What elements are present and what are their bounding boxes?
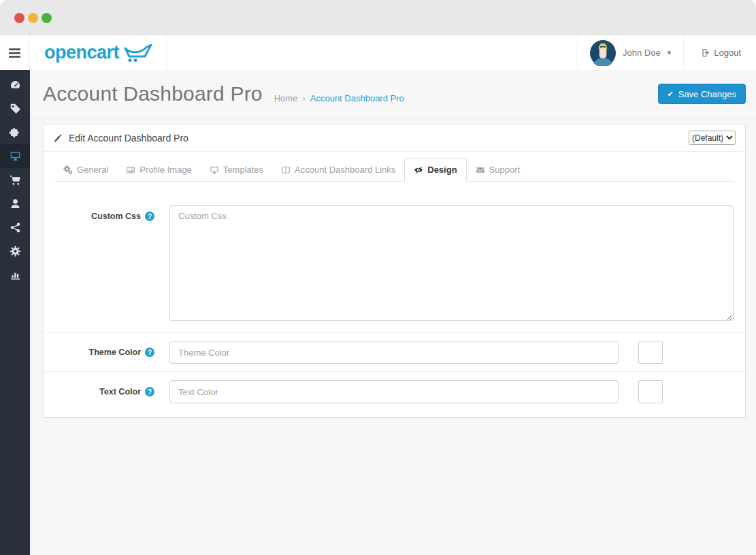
save-changes-button[interactable]: ✔ Save Changes <box>658 84 746 104</box>
design-tab-content: Custom Css ? Theme Color ? <box>44 182 745 417</box>
tab-support[interactable]: Support <box>467 158 529 182</box>
window-titlebar <box>0 0 756 35</box>
theme-color-row: Theme Color ? <box>44 332 745 371</box>
tab-account-dashboard-links[interactable]: Account Dashboard Links <box>272 158 404 182</box>
check-icon: ✔ <box>668 90 674 99</box>
logo-text: opencart <box>44 42 119 63</box>
tab-account-dashboard-links-label: Account Dashboard Links <box>295 165 395 175</box>
text-color-label-group: Text Color ? <box>55 387 154 397</box>
app-header: opencart John Doe ▾ Logout <box>0 35 756 70</box>
minimize-window-button[interactable] <box>28 13 38 23</box>
tab-profile-image-label: Profile Image <box>139 165 192 175</box>
breadcrumb-current-link[interactable]: Account Dashboard Pro <box>310 93 404 103</box>
sidebar-item-reports[interactable] <box>0 263 30 287</box>
breadcrumb: Home › Account Dashboard Pro <box>274 93 404 103</box>
custom-css-control <box>169 205 734 321</box>
close-window-button[interactable] <box>14 13 24 23</box>
avatar <box>590 40 616 66</box>
sidebar-toggle-button[interactable] <box>0 35 30 70</box>
pencil-icon <box>53 133 63 143</box>
shopping-cart-icon <box>10 174 21 186</box>
user-menu-toggle[interactable]: John Doe ▾ <box>577 35 683 70</box>
tab-support-label: Support <box>489 165 521 175</box>
cart-swoosh-icon <box>124 44 152 62</box>
maximize-window-button[interactable] <box>42 13 52 23</box>
custom-css-row: Custom Css ? <box>44 182 745 332</box>
hamburger-icon <box>8 48 21 58</box>
store-select[interactable]: (Default) <box>689 131 736 145</box>
envelope-icon <box>476 165 485 175</box>
custom-css-textarea[interactable] <box>169 205 734 321</box>
sidebar-item-sales[interactable] <box>0 168 30 192</box>
content-area: Account Dashboard Pro Home › Account Das… <box>30 70 756 555</box>
tab-design[interactable]: Design <box>404 158 466 182</box>
app-window: opencart John Doe ▾ Logout <box>0 0 756 555</box>
columns-icon <box>281 165 291 175</box>
tab-templates[interactable]: Templates <box>201 158 272 182</box>
sidebar-item-dashboard[interactable] <box>0 73 30 97</box>
theme-color-swatch[interactable] <box>638 341 663 364</box>
sidebar-item-system[interactable] <box>0 239 30 263</box>
monitor-icon <box>10 150 21 162</box>
puzzle-piece-icon <box>10 127 21 138</box>
sidebar-nav <box>0 70 30 555</box>
text-color-control <box>169 380 734 403</box>
tag-icon <box>10 103 21 114</box>
tab-general[interactable]: General <box>54 158 117 182</box>
breadcrumb-home-link[interactable]: Home <box>274 93 298 103</box>
text-color-row: Text Color ? <box>44 371 745 417</box>
help-icon[interactable]: ? <box>145 387 154 397</box>
tabs-container: General Profile Image <box>44 152 745 182</box>
image-icon <box>126 165 135 175</box>
chevron-down-icon: ▾ <box>668 48 672 57</box>
sidebar-item-customers[interactable] <box>0 192 30 216</box>
text-color-input[interactable] <box>169 380 619 403</box>
tab-design-label: Design <box>427 165 457 175</box>
save-changes-label: Save Changes <box>678 89 736 99</box>
theme-color-label: Theme Color <box>89 348 141 357</box>
page-title: Account Dashboard Pro <box>43 82 263 105</box>
cogs-icon <box>63 165 73 175</box>
share-nodes-icon <box>10 222 21 233</box>
tab-general-label: General <box>77 165 108 175</box>
tab-templates-label: Templates <box>223 165 263 175</box>
main-area: Account Dashboard Pro Home › Account Das… <box>0 70 756 555</box>
theme-color-input[interactable] <box>169 341 619 364</box>
sign-out-icon <box>699 48 709 58</box>
bar-chart-icon <box>10 269 21 281</box>
header-spacer <box>167 35 577 70</box>
sidebar-item-marketing[interactable] <box>0 216 30 239</box>
dashboard-gauge-icon <box>10 79 21 90</box>
theme-color-label-group: Theme Color ? <box>55 348 154 357</box>
logout-button[interactable]: Logout <box>683 35 756 70</box>
user-icon <box>10 198 21 209</box>
logout-label: Logout <box>714 48 741 58</box>
user-name: John Doe <box>623 48 661 58</box>
theme-color-control <box>169 341 734 364</box>
text-color-label: Text Color <box>99 387 141 397</box>
panel-heading: Edit Account Dashboard Pro (Default) <box>44 124 745 152</box>
help-icon[interactable]: ? <box>145 348 154 357</box>
traffic-lights <box>14 13 52 23</box>
tab-profile-image[interactable]: Profile Image <box>117 158 201 182</box>
custom-css-label-group: Custom Css ? <box>55 212 154 221</box>
sidebar-item-design[interactable] <box>0 144 30 168</box>
breadcrumb-separator: › <box>302 93 305 103</box>
panel-title: Edit Account Dashboard Pro <box>69 133 188 144</box>
sidebar-item-catalog[interactable] <box>0 97 30 120</box>
custom-css-label: Custom Css <box>91 212 141 221</box>
sidebar-item-extensions[interactable] <box>0 120 30 144</box>
monitor-icon <box>210 165 219 175</box>
text-color-swatch[interactable] <box>638 380 663 403</box>
opencart-logo[interactable]: opencart <box>30 35 167 70</box>
gear-icon <box>10 246 21 257</box>
tab-bar: General Profile Image <box>54 158 734 182</box>
edit-panel: Edit Account Dashboard Pro (Default) <box>43 124 746 418</box>
page-header: Account Dashboard Pro Home › Account Das… <box>30 70 756 118</box>
help-icon[interactable]: ? <box>145 212 154 221</box>
eye-slash-icon <box>414 165 423 175</box>
